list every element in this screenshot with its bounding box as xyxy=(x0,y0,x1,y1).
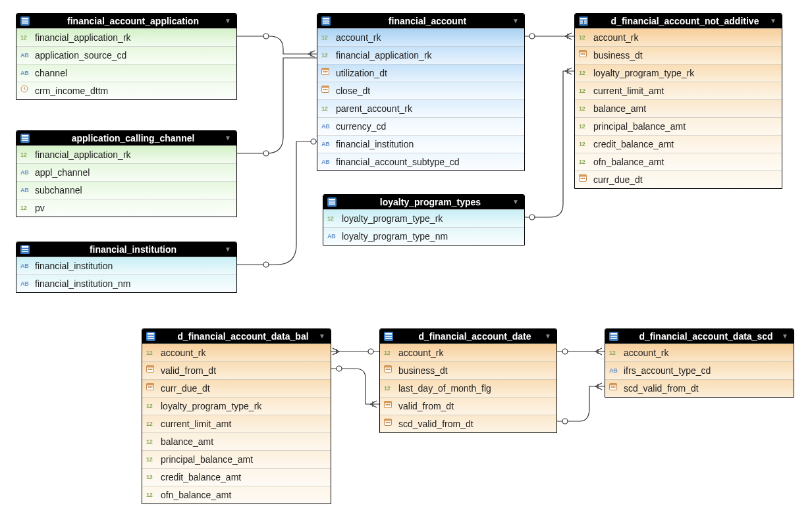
column-row[interactable]: crm_income_dttm xyxy=(16,82,236,99)
entity-d_financial_account_data_scd[interactable]: d_financial_account_data_scd▼12account_r… xyxy=(605,328,794,398)
entity-d_financial_account_date[interactable]: d_financial_account_date▼12account_rkbus… xyxy=(379,328,557,433)
column-row[interactable]: curr_due_dt xyxy=(575,170,782,188)
datatype-badge: 12 xyxy=(579,29,589,46)
entity-financial_account_application[interactable]: financial_account_application▼12financia… xyxy=(16,13,237,100)
column-row[interactable]: ABapplication_source_cd xyxy=(16,46,236,64)
entity-financial_institution[interactable]: financial_institution▼ABfinancial_instit… xyxy=(16,242,237,293)
column-row[interactable]: 12loyalty_program_type_rk xyxy=(142,397,331,415)
column-row[interactable]: 12current_limit_amt xyxy=(575,82,782,99)
column-row[interactable]: utilization_dt xyxy=(317,64,524,82)
column-row[interactable]: valid_from_dt xyxy=(380,397,556,415)
calendar-icon xyxy=(146,362,157,379)
column-row[interactable]: 12principal_balance_amt xyxy=(142,450,331,468)
column-row[interactable]: 12financial_application_rk xyxy=(317,46,524,64)
column-row[interactable]: valid_from_dt xyxy=(142,361,331,379)
column-row[interactable]: curr_due_dt xyxy=(142,379,331,397)
datatype-badge: AB xyxy=(327,228,338,245)
datatype-badge: AB xyxy=(20,65,31,82)
column-row[interactable]: 12balance_amt xyxy=(575,99,782,117)
chevron-down-icon[interactable]: ▼ xyxy=(316,329,328,344)
column-row[interactable]: 12loyalty_program_type_rk xyxy=(575,64,782,82)
column-row[interactable]: 12balance_amt xyxy=(142,432,331,450)
svg-point-9 xyxy=(562,419,568,424)
calendar-icon xyxy=(321,65,332,82)
entity-header[interactable]: financial_account▼ xyxy=(317,14,524,28)
column-row[interactable]: 12credit_balance_amt xyxy=(142,468,331,486)
column-row[interactable]: close_dt xyxy=(317,82,524,99)
column-row[interactable]: 12pv xyxy=(16,199,236,217)
column-name: scd_valid_from_dt xyxy=(398,415,474,432)
column-row[interactable]: 12credit_balance_amt xyxy=(575,135,782,153)
chevron-down-icon[interactable]: ▼ xyxy=(510,14,522,28)
column-row[interactable]: scd_valid_from_dt xyxy=(380,415,556,432)
entity-header[interactable]: d_financial_account_date▼ xyxy=(380,329,556,344)
svg-rect-40 xyxy=(329,203,335,205)
chevron-down-icon[interactable]: ▼ xyxy=(510,195,522,209)
chevron-down-icon[interactable]: ▼ xyxy=(222,14,234,28)
column-row[interactable]: ABappl_channel xyxy=(16,163,236,181)
column-row[interactable]: 12parent_account_rk xyxy=(317,99,524,117)
entity-title: d_financial_account_date xyxy=(393,329,556,344)
entity-application_calling_channel[interactable]: application_calling_channel▼12financial_… xyxy=(16,130,237,217)
entity-header[interactable]: d_financial_account_data_scd▼ xyxy=(605,329,794,344)
column-row[interactable]: 12ofn_balance_amt xyxy=(575,153,782,170)
column-row[interactable]: 12account_rk xyxy=(317,28,524,46)
column-row[interactable]: 12principal_balance_amt xyxy=(575,117,782,135)
column-name: balance_amt xyxy=(593,100,646,117)
column-row[interactable]: ABfinancial_account_subtype_cd xyxy=(317,153,524,170)
column-row[interactable]: ABfinancial_institution_nm xyxy=(16,274,236,292)
chevron-down-icon[interactable]: ▼ xyxy=(767,14,779,28)
svg-rect-39 xyxy=(329,201,335,203)
entity-header[interactable]: financial_institution▼ xyxy=(16,242,236,257)
column-row[interactable]: 12account_rk xyxy=(605,344,794,361)
svg-rect-12 xyxy=(22,20,28,22)
column-row[interactable]: 12account_rk xyxy=(380,344,556,361)
column-row[interactable]: ABloyalty_program_type_nm xyxy=(323,227,524,245)
column-row[interactable]: ABfinancial_institution xyxy=(16,257,236,274)
column-row[interactable]: 12financial_application_rk xyxy=(16,28,236,46)
column-row[interactable]: ABsubchannel xyxy=(16,181,236,199)
entity-header[interactable]: application_calling_channel▼ xyxy=(16,131,236,145)
column-row[interactable]: scd_valid_from_dt xyxy=(605,379,794,397)
column-row[interactable]: ABchannel xyxy=(16,64,236,82)
svg-rect-55 xyxy=(582,178,583,179)
svg-rect-81 xyxy=(385,401,392,403)
column-name: appl_channel xyxy=(35,164,90,181)
column-row[interactable]: 12financial_application_rk xyxy=(16,145,236,163)
svg-rect-13 xyxy=(22,22,28,24)
column-row[interactable]: ABcurrency_cd xyxy=(317,117,524,135)
column-name: credit_balance_amt xyxy=(161,469,241,486)
chevron-down-icon[interactable]: ▼ xyxy=(222,242,234,257)
entity-financial_account[interactable]: financial_account▼12account_rk12financia… xyxy=(317,13,525,171)
chevron-down-icon[interactable]: ▼ xyxy=(779,329,791,344)
column-row[interactable]: 12account_rk xyxy=(142,344,331,361)
datatype-badge: AB xyxy=(20,164,31,181)
column-row[interactable]: business_dt xyxy=(575,46,782,64)
svg-rect-78 xyxy=(387,369,389,370)
entity-d_financial_account_data_bal[interactable]: d_financial_account_data_bal▼12account_r… xyxy=(142,328,331,504)
column-row[interactable]: 12last_day_of_month_flg xyxy=(380,379,556,397)
column-row[interactable]: 12ofn_balance_amt xyxy=(142,486,331,504)
datatype-badge: 12 xyxy=(146,415,157,432)
entity-title: d_financial_account_data_scd xyxy=(618,329,794,344)
entity-loyalty_program_types[interactable]: loyalty_program_types▼12loyalty_program_… xyxy=(323,194,525,246)
column-row[interactable]: 12account_rk xyxy=(575,28,782,46)
column-row[interactable]: ABifrs_account_type_cd xyxy=(605,361,794,379)
entity-header[interactable]: d_financial_account_not_additive▼ xyxy=(575,14,782,28)
entity-header[interactable]: financial_account_application▼ xyxy=(16,14,236,28)
entity-header[interactable]: d_financial_account_data_bal▼ xyxy=(142,329,331,344)
svg-rect-83 xyxy=(387,404,389,405)
svg-rect-89 xyxy=(389,422,391,423)
calendar-icon xyxy=(579,171,589,188)
svg-point-8 xyxy=(562,349,568,354)
column-row[interactable]: ABfinancial_institution xyxy=(317,135,524,153)
chevron-down-icon[interactable]: ▼ xyxy=(222,131,234,145)
entity-title: financial_account xyxy=(331,14,524,28)
entity-header[interactable]: loyalty_program_types▼ xyxy=(323,195,524,209)
column-row[interactable]: 12current_limit_amt xyxy=(142,415,331,432)
svg-rect-18 xyxy=(22,140,28,141)
entity-d_financial_account_not_additive[interactable]: d_financial_account_not_additive▼12accou… xyxy=(574,13,782,189)
chevron-down-icon[interactable]: ▼ xyxy=(542,329,554,344)
column-row[interactable]: business_dt xyxy=(380,361,556,379)
column-row[interactable]: 12loyalty_program_type_rk xyxy=(323,209,524,227)
